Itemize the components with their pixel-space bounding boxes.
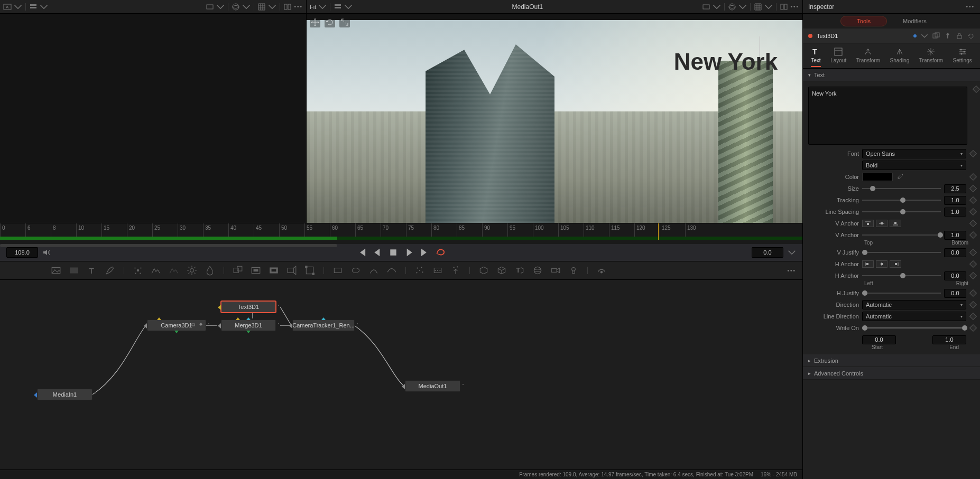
goto-start-button[interactable] <box>356 247 367 258</box>
node-text3d[interactable]: Text3D1 <box>221 301 276 313</box>
speaker-icon[interactable] <box>42 248 51 257</box>
chevron-down-icon[interactable] <box>40 3 48 11</box>
tool-text3d-icon[interactable]: T <box>514 265 525 276</box>
keyframe-diamond-icon[interactable] <box>969 173 977 181</box>
rect-icon[interactable] <box>702 3 710 11</box>
tool-tracker-icon[interactable] <box>133 265 143 276</box>
color-swatch[interactable] <box>862 173 893 181</box>
chevron-down-icon[interactable] <box>216 3 225 11</box>
tool-image3d-icon[interactable] <box>478 265 489 276</box>
keyframe-diamond-icon[interactable] <box>969 301 977 308</box>
keyframe-diamond-icon[interactable] <box>973 86 980 93</box>
size-slider[interactable] <box>862 185 941 192</box>
lock-icon[interactable] <box>956 32 963 40</box>
keyframe-diamond-icon[interactable] <box>969 196 977 204</box>
tool-merge-icon[interactable] <box>233 265 243 276</box>
hjustify-value[interactable]: 0.0 <box>944 289 966 298</box>
more-icon[interactable]: ••• <box>294 4 303 10</box>
tool-brightness-icon[interactable] <box>187 265 197 276</box>
hanchor-right-button[interactable] <box>890 260 901 268</box>
tracking-slider[interactable] <box>862 196 941 204</box>
eyedropper-icon[interactable] <box>896 173 903 181</box>
tool-polygon-icon[interactable] <box>368 265 379 276</box>
keyframe-diamond-icon[interactable] <box>969 185 977 192</box>
stop-button[interactable] <box>388 247 399 258</box>
grid-icon[interactable] <box>257 3 266 11</box>
keyframe-diamond-icon[interactable] <box>969 313 977 320</box>
keyframe-diamond-icon[interactable] <box>969 260 977 268</box>
font-family-dropdown[interactable]: Open Sans▾ <box>862 149 966 158</box>
tab-modifiers[interactable]: Modifiers <box>887 16 942 26</box>
vanchor-value[interactable]: 1.0 <box>944 231 966 240</box>
linespacing-slider[interactable] <box>862 208 941 215</box>
hanchor-left-button[interactable] <box>862 260 874 268</box>
cattab-text[interactable]: TText <box>811 47 820 67</box>
cattab-layout[interactable]: Layout <box>830 47 846 67</box>
node-mediain[interactable]: MediaIn1 <box>37 389 93 400</box>
split-icon[interactable] <box>283 3 292 11</box>
size-value[interactable]: 2.5 <box>944 184 966 193</box>
tool-pemit-icon[interactable] <box>450 265 461 276</box>
node-mediaout[interactable]: MediaOut1 <box>405 380 460 392</box>
section-text[interactable]: ▾Text <box>803 69 980 81</box>
globe-icon[interactable] <box>232 3 240 11</box>
tool-shape3d-icon[interactable] <box>496 265 507 276</box>
chevron-down-icon[interactable] <box>242 3 251 11</box>
hjustify-slider[interactable] <box>862 289 941 297</box>
section-advanced[interactable]: ▸Advanced Controls <box>803 367 980 380</box>
keyframe-diamond-icon[interactable] <box>969 208 977 215</box>
tab-tools[interactable]: Tools <box>840 16 887 26</box>
vanchor-bot-button[interactable] <box>890 220 901 227</box>
tool-background-icon[interactable] <box>51 265 61 276</box>
tool-light-icon[interactable] <box>568 265 579 276</box>
node-graph[interactable]: MediaIn1 Camera3D1 Text3D1 Merge3D1 Came… <box>0 280 802 469</box>
tool-resize-icon[interactable] <box>286 265 297 276</box>
more-icon[interactable]: ••• <box>787 268 796 274</box>
globe-icon[interactable] <box>728 3 736 11</box>
chevron-down-icon[interactable] <box>921 32 928 40</box>
fit-dropdown[interactable]: Fit <box>310 4 316 10</box>
cattab-shading[interactable]: Shading <box>890 47 910 67</box>
tracking-value[interactable]: 1.0 <box>944 196 966 205</box>
hanchor-value[interactable]: 0.0 <box>944 271 966 280</box>
tool-rectangle-icon[interactable] <box>332 265 343 276</box>
keyframe-diamond-icon[interactable] <box>969 249 977 256</box>
chevron-down-icon[interactable] <box>738 3 747 11</box>
chevron-down-icon[interactable] <box>268 3 276 11</box>
subview-a-icon[interactable]: A <box>3 3 12 11</box>
versions-icon[interactable] <box>932 32 940 40</box>
styled-text-input[interactable]: New York <box>808 87 967 145</box>
reset-icon[interactable] <box>967 32 975 40</box>
play-button[interactable] <box>404 247 414 258</box>
cattab-transform-3d[interactable]: Transform <box>919 47 943 67</box>
tool-transform-icon[interactable] <box>304 265 315 276</box>
scrub-bar[interactable] <box>0 244 337 247</box>
tool-fastnoise-icon[interactable] <box>69 265 79 276</box>
stack-icon[interactable] <box>334 3 342 11</box>
grid-icon[interactable] <box>754 3 762 11</box>
font-weight-dropdown[interactable]: Bold▾ <box>862 161 966 170</box>
node-merge3d[interactable]: Merge3D1 <box>221 320 276 331</box>
node-camtracker[interactable]: CameraTracker1_Ren... <box>292 320 355 331</box>
current-time[interactable]: 108.0 <box>6 247 38 258</box>
chevron-down-icon[interactable] <box>344 3 353 11</box>
keyframe-diamond-icon[interactable] <box>969 324 977 332</box>
tool-mattecontrol-icon[interactable] <box>251 265 261 276</box>
pin-icon[interactable] <box>944 32 951 40</box>
chevron-down-icon[interactable] <box>764 3 773 11</box>
writeon-start-value[interactable]: 0.0 <box>862 335 896 344</box>
keyframe-diamond-icon[interactable] <box>969 231 977 239</box>
more-icon[interactable]: ••• <box>790 4 799 10</box>
expand-icon[interactable] <box>339 17 350 27</box>
more-icon[interactable]: ••• <box>966 4 975 10</box>
direction-dropdown[interactable]: Automatic▾ <box>862 300 966 309</box>
tool-colorcorrect-icon[interactable] <box>151 265 161 276</box>
cattab-transform[interactable]: Transform <box>856 47 880 67</box>
vjustify-value[interactable]: 0.0 <box>944 248 966 257</box>
tool-drop-icon[interactable] <box>205 265 215 276</box>
tool-camera3d-icon[interactable] <box>550 265 561 276</box>
keyframe-diamond-icon[interactable] <box>969 220 977 227</box>
vanchor-mid-button[interactable] <box>876 220 887 227</box>
tool-bspline-icon[interactable] <box>386 265 397 276</box>
center-viewer[interactable]: New York <box>307 14 802 223</box>
